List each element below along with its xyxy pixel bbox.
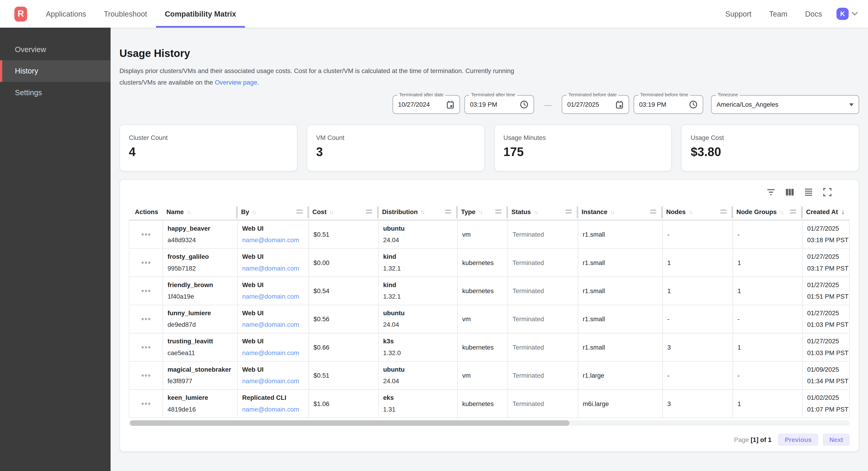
- row-actions-ellipsis-icon[interactable]: [140, 230, 152, 239]
- sort-icon[interactable]: ↑↓: [252, 209, 256, 215]
- nodes-cell: 3: [662, 333, 733, 361]
- usage-table-card: Actions Name ↑↓ By ↑↓ Cost ↑↓: [119, 179, 859, 452]
- row-actions-ellipsis-icon[interactable]: [140, 258, 152, 267]
- distribution-cell: eks 1.31: [378, 390, 457, 417]
- timezone-select[interactable]: Timezone America/Los_Angeles: [711, 95, 859, 114]
- fullscreen-icon[interactable]: [821, 186, 833, 198]
- drag-handle-icon[interactable]: [495, 210, 501, 214]
- columns-icon[interactable]: [783, 186, 796, 198]
- row-actions-ellipsis-icon[interactable]: [140, 315, 152, 323]
- tab-troubleshoot[interactable]: Troubleshoot: [95, 0, 156, 28]
- terminated-before-time-label: Terminated before time: [639, 92, 690, 97]
- drag-handle-icon[interactable]: [720, 210, 726, 214]
- tab-compatibility-matrix[interactable]: Compatibility Matrix: [156, 0, 245, 28]
- sort-icon[interactable]: ↑↓: [610, 209, 614, 215]
- terminated-after-date-field[interactable]: Terminated after date 10/27/2024: [393, 95, 460, 114]
- terminated-after-time-label: Terminated after time: [469, 92, 517, 97]
- nav-link-docs[interactable]: Docs: [796, 10, 831, 18]
- creator-email-link[interactable]: name@domain.com: [242, 404, 308, 415]
- cluster-name: frosty_galileo: [167, 251, 237, 263]
- distribution-version: 1.32.1: [383, 291, 457, 302]
- terminated-before-date-field[interactable]: Terminated before date 01/27/2025: [562, 95, 629, 114]
- created-date: 01/02/2025: [807, 392, 849, 404]
- distribution-version: 24.04: [383, 319, 457, 331]
- stat-cards: Cluster Count 4 VM Count 3 Usage Minutes…: [119, 124, 859, 171]
- column-header-name[interactable]: Name ↑↓: [162, 204, 237, 219]
- sort-icon[interactable]: ↑↓: [533, 209, 537, 215]
- sort-icon[interactable]: ↑↓: [779, 209, 783, 215]
- column-header-instance[interactable]: Instance ↑↓: [577, 204, 662, 219]
- drag-handle-icon[interactable]: [445, 210, 451, 214]
- nav-link-team[interactable]: Team: [761, 10, 796, 18]
- sort-icon[interactable]: ↑↓: [187, 209, 190, 215]
- sidebar-item-settings[interactable]: Settings: [0, 82, 111, 104]
- row-actions-ellipsis-icon[interactable]: [140, 399, 152, 408]
- column-header-by[interactable]: By ↑↓: [237, 204, 308, 219]
- avatar[interactable]: K: [836, 8, 849, 20]
- horizontal-scrollbar[interactable]: [129, 420, 850, 426]
- sort-desc-icon[interactable]: ↓: [841, 208, 844, 216]
- column-header-nodes[interactable]: Nodes ↑↓: [662, 204, 732, 219]
- column-header-distribution[interactable]: Distribution ↑↓: [378, 204, 457, 219]
- drag-handle-icon[interactable]: [790, 210, 796, 214]
- creator-email-link[interactable]: name@domain.com: [242, 291, 308, 302]
- creator-email-link[interactable]: name@domain.com: [242, 347, 308, 359]
- chevron-down-icon[interactable]: [851, 11, 858, 16]
- drag-handle-icon[interactable]: [650, 210, 656, 214]
- created-time: 03:17 PM PST: [807, 263, 849, 274]
- stat-value: 4: [129, 145, 288, 159]
- clock-icon[interactable]: [520, 100, 528, 109]
- calendar-icon[interactable]: [615, 100, 624, 109]
- distribution-name: ubuntu: [383, 307, 457, 319]
- status-cell: Terminated: [507, 221, 578, 248]
- drag-handle-icon[interactable]: [296, 210, 302, 214]
- previous-page-button[interactable]: Previous: [778, 434, 818, 446]
- sort-icon[interactable]: ↑↓: [688, 209, 692, 215]
- table-row: funny_lumiere de9ed87d Web UI name@domai…: [129, 305, 849, 333]
- creator-email-link[interactable]: name@domain.com: [242, 235, 308, 246]
- filter-icon[interactable]: [765, 186, 777, 198]
- sidebar-item-overview[interactable]: Overview: [0, 39, 111, 60]
- column-label: By: [241, 209, 249, 215]
- tab-applications-label: Applications: [46, 10, 86, 18]
- stat-label: Usage Minutes: [503, 134, 662, 141]
- row-actions-ellipsis-icon[interactable]: [140, 287, 152, 295]
- actions-cell: [129, 221, 163, 248]
- tab-applications[interactable]: Applications: [37, 0, 95, 28]
- row-actions-ellipsis-icon[interactable]: [140, 371, 152, 380]
- drag-handle-icon[interactable]: [366, 210, 372, 214]
- terminated-after-time-field[interactable]: Terminated after time 03:19 PM: [464, 95, 534, 114]
- stat-label: Usage Cost: [691, 134, 850, 141]
- created-by: Web UI: [242, 307, 308, 319]
- column-label: Nodes: [666, 209, 686, 215]
- sort-icon[interactable]: ↑↓: [329, 209, 333, 215]
- next-page-button[interactable]: Next: [823, 434, 849, 446]
- column-header-type[interactable]: Type ↑↓: [457, 204, 507, 219]
- clock-icon[interactable]: [689, 100, 698, 109]
- creator-email-link[interactable]: name@domain.com: [242, 319, 308, 331]
- filter-bar: Terminated after date 10/27/2024 Termina…: [119, 95, 859, 114]
- scrollbar-thumb[interactable]: [130, 420, 570, 426]
- terminated-before-time-field[interactable]: Terminated before time 03:19 PM: [633, 95, 703, 114]
- creator-email-link[interactable]: name@domain.com: [242, 376, 308, 387]
- terminated-before-time-value: 03:19 PM: [639, 101, 666, 108]
- column-header-cost[interactable]: Cost ↑↓: [308, 204, 378, 219]
- table-row: magical_stonebraker fe3f8977 Web UI name…: [129, 362, 849, 390]
- column-header-status[interactable]: Status ↑↓: [507, 204, 577, 219]
- creator-email-link[interactable]: name@domain.com: [242, 263, 308, 274]
- stat-value: 175: [503, 145, 662, 159]
- name-cell: keen_lumiere 4819de16: [163, 390, 237, 417]
- nav-link-support[interactable]: Support: [716, 10, 760, 18]
- column-header-node-groups[interactable]: Node Groups ↑↓: [732, 204, 802, 219]
- drag-handle-icon[interactable]: [565, 210, 571, 214]
- row-actions-ellipsis-icon[interactable]: [140, 343, 152, 352]
- distribution-cell: ubuntu 24.04: [378, 305, 457, 333]
- sort-icon[interactable]: ↑↓: [421, 209, 424, 215]
- calendar-icon[interactable]: [446, 100, 455, 109]
- sidebar-item-history[interactable]: History: [0, 60, 111, 82]
- brand-logo[interactable]: R: [14, 6, 27, 22]
- sort-icon[interactable]: ↑↓: [478, 209, 482, 215]
- column-header-created-at[interactable]: Created At ↓: [802, 204, 849, 219]
- density-icon[interactable]: [802, 186, 814, 198]
- overview-page-link[interactable]: Overview page: [215, 79, 257, 86]
